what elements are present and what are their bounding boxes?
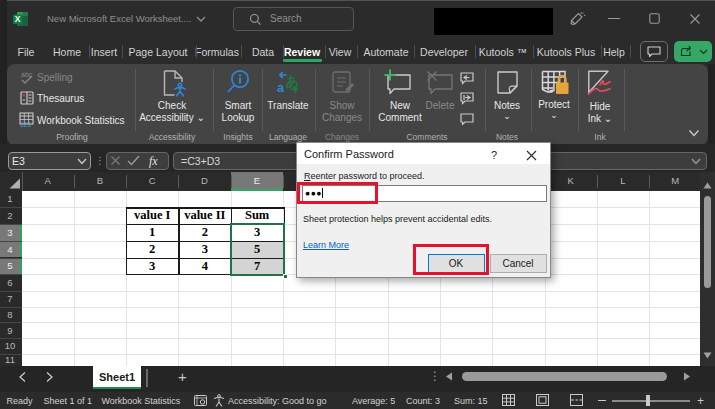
svg-text:123: 123 xyxy=(20,121,31,127)
svg-text:あ: あ xyxy=(286,74,300,89)
svg-text:X: X xyxy=(15,14,21,24)
svg-text:a: a xyxy=(277,81,285,95)
